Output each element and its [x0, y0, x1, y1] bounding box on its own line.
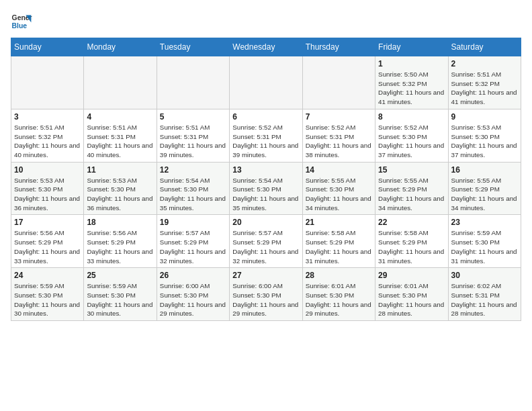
- calendar-cell: 3Sunrise: 5:51 AM Sunset: 5:32 PM Daylig…: [11, 109, 84, 162]
- day-number: 28: [306, 271, 372, 280]
- calendar-cell: 2Sunrise: 5:51 AM Sunset: 5:32 PM Daylig…: [448, 56, 521, 109]
- calendar-cell: 26Sunrise: 6:00 AM Sunset: 5:30 PM Dayli…: [157, 268, 229, 321]
- calendar-cell: 25Sunrise: 5:59 AM Sunset: 5:30 PM Dayli…: [84, 268, 157, 321]
- day-number: 1: [378, 59, 445, 68]
- day-number: 2: [451, 59, 518, 68]
- weekday-header: Friday: [375, 38, 448, 56]
- day-info: Sunrise: 5:55 AM Sunset: 5:29 PM Dayligh…: [451, 176, 518, 213]
- day-info: Sunrise: 5:53 AM Sunset: 5:30 PM Dayligh…: [14, 176, 81, 213]
- day-info: Sunrise: 6:02 AM Sunset: 5:31 PM Dayligh…: [451, 281, 518, 318]
- calendar-cell: 27Sunrise: 6:00 AM Sunset: 5:30 PM Dayli…: [230, 268, 302, 321]
- calendar-cell: 22Sunrise: 5:58 AM Sunset: 5:29 PM Dayli…: [375, 215, 448, 268]
- day-info: Sunrise: 5:52 AM Sunset: 5:31 PM Dayligh…: [232, 123, 299, 160]
- weekday-row: SundayMondayTuesdayWednesdayThursdayFrid…: [11, 38, 521, 56]
- day-info: Sunrise: 5:58 AM Sunset: 5:29 PM Dayligh…: [378, 228, 445, 265]
- day-info: Sunrise: 5:50 AM Sunset: 5:32 PM Dayligh…: [378, 70, 445, 107]
- day-number: 27: [232, 271, 299, 280]
- day-info: Sunrise: 5:56 AM Sunset: 5:29 PM Dayligh…: [87, 228, 153, 265]
- day-info: Sunrise: 5:51 AM Sunset: 5:32 PM Dayligh…: [14, 123, 81, 160]
- page-header: General Blue: [11, 11, 521, 32]
- calendar-cell: [230, 56, 302, 109]
- day-number: 15: [378, 165, 445, 175]
- day-info: Sunrise: 5:56 AM Sunset: 5:29 PM Dayligh…: [14, 228, 81, 265]
- logo-icon: General Blue: [11, 11, 32, 32]
- weekday-header: Monday: [84, 38, 157, 56]
- day-number: 9: [451, 112, 518, 122]
- calendar-cell: 15Sunrise: 5:55 AM Sunset: 5:29 PM Dayli…: [375, 162, 448, 215]
- calendar-cell: 12Sunrise: 5:54 AM Sunset: 5:30 PM Dayli…: [157, 162, 229, 215]
- calendar-cell: 5Sunrise: 5:51 AM Sunset: 5:31 PM Daylig…: [157, 109, 229, 162]
- svg-text:Blue: Blue: [12, 22, 28, 30]
- day-info: Sunrise: 5:51 AM Sunset: 5:32 PM Dayligh…: [451, 70, 518, 107]
- day-info: Sunrise: 5:54 AM Sunset: 5:30 PM Dayligh…: [160, 176, 226, 213]
- calendar-cell: 24Sunrise: 5:59 AM Sunset: 5:30 PM Dayli…: [11, 268, 84, 321]
- logo: General Blue: [11, 11, 32, 32]
- calendar-cell: 7Sunrise: 5:52 AM Sunset: 5:31 PM Daylig…: [302, 109, 375, 162]
- day-number: 10: [14, 165, 81, 175]
- calendar-table: SundayMondayTuesdayWednesdayThursdayFrid…: [11, 38, 521, 321]
- day-info: Sunrise: 6:01 AM Sunset: 5:30 PM Dayligh…: [378, 281, 445, 318]
- day-number: 26: [160, 271, 226, 280]
- day-info: Sunrise: 6:01 AM Sunset: 5:30 PM Dayligh…: [306, 281, 372, 318]
- calendar-cell: 29Sunrise: 6:01 AM Sunset: 5:30 PM Dayli…: [375, 268, 448, 321]
- day-number: 18: [87, 218, 153, 227]
- day-number: 13: [232, 165, 299, 175]
- calendar-cell: 6Sunrise: 5:52 AM Sunset: 5:31 PM Daylig…: [230, 109, 302, 162]
- calendar-cell: 13Sunrise: 5:54 AM Sunset: 5:30 PM Dayli…: [230, 162, 302, 215]
- day-number: 19: [160, 218, 226, 227]
- calendar-week-row: 17Sunrise: 5:56 AM Sunset: 5:29 PM Dayli…: [11, 215, 521, 268]
- weekday-header: Saturday: [448, 38, 521, 56]
- day-number: 17: [14, 218, 81, 227]
- day-number: 6: [232, 112, 299, 122]
- day-number: 7: [306, 112, 372, 122]
- day-info: Sunrise: 5:55 AM Sunset: 5:29 PM Dayligh…: [378, 176, 445, 213]
- day-number: 5: [160, 112, 226, 122]
- calendar-week-row: 24Sunrise: 5:59 AM Sunset: 5:30 PM Dayli…: [11, 268, 521, 321]
- calendar-week-row: 10Sunrise: 5:53 AM Sunset: 5:30 PM Dayli…: [11, 162, 521, 215]
- calendar-cell: 20Sunrise: 5:57 AM Sunset: 5:29 PM Dayli…: [230, 215, 302, 268]
- day-number: 3: [14, 112, 81, 122]
- calendar-cell: 1Sunrise: 5:50 AM Sunset: 5:32 PM Daylig…: [375, 56, 448, 109]
- day-number: 4: [87, 112, 153, 122]
- day-info: Sunrise: 5:53 AM Sunset: 5:30 PM Dayligh…: [451, 123, 518, 160]
- day-info: Sunrise: 6:00 AM Sunset: 5:30 PM Dayligh…: [232, 281, 299, 318]
- day-info: Sunrise: 6:00 AM Sunset: 5:30 PM Dayligh…: [160, 281, 226, 318]
- day-info: Sunrise: 5:59 AM Sunset: 5:30 PM Dayligh…: [14, 281, 81, 318]
- calendar-cell: 28Sunrise: 6:01 AM Sunset: 5:30 PM Dayli…: [302, 268, 375, 321]
- day-number: 8: [378, 112, 445, 122]
- calendar-week-row: 1Sunrise: 5:50 AM Sunset: 5:32 PM Daylig…: [11, 56, 521, 109]
- calendar-cell: 9Sunrise: 5:53 AM Sunset: 5:30 PM Daylig…: [448, 109, 521, 162]
- calendar-week-row: 3Sunrise: 5:51 AM Sunset: 5:32 PM Daylig…: [11, 109, 521, 162]
- calendar-cell: 23Sunrise: 5:59 AM Sunset: 5:30 PM Dayli…: [448, 215, 521, 268]
- calendar-cell: 30Sunrise: 6:02 AM Sunset: 5:31 PM Dayli…: [448, 268, 521, 321]
- day-info: Sunrise: 5:57 AM Sunset: 5:29 PM Dayligh…: [160, 228, 226, 265]
- day-info: Sunrise: 5:53 AM Sunset: 5:30 PM Dayligh…: [87, 176, 153, 213]
- day-info: Sunrise: 5:59 AM Sunset: 5:30 PM Dayligh…: [451, 228, 518, 265]
- calendar-cell: [157, 56, 229, 109]
- calendar-cell: [302, 56, 375, 109]
- day-info: Sunrise: 5:52 AM Sunset: 5:31 PM Dayligh…: [306, 123, 372, 160]
- calendar-cell: 21Sunrise: 5:58 AM Sunset: 5:29 PM Dayli…: [302, 215, 375, 268]
- day-number: 22: [378, 218, 445, 227]
- day-info: Sunrise: 5:59 AM Sunset: 5:30 PM Dayligh…: [87, 281, 153, 318]
- day-number: 11: [87, 165, 153, 175]
- day-number: 21: [306, 218, 372, 227]
- day-number: 12: [160, 165, 226, 175]
- calendar-cell: [11, 56, 84, 109]
- day-number: 25: [87, 271, 153, 280]
- weekday-header: Tuesday: [157, 38, 229, 56]
- weekday-header: Thursday: [302, 38, 375, 56]
- day-info: Sunrise: 5:51 AM Sunset: 5:31 PM Dayligh…: [87, 123, 153, 160]
- calendar-header: SundayMondayTuesdayWednesdayThursdayFrid…: [11, 38, 521, 56]
- calendar-body: 1Sunrise: 5:50 AM Sunset: 5:32 PM Daylig…: [11, 56, 521, 321]
- day-number: 30: [451, 271, 518, 280]
- day-number: 23: [451, 218, 518, 227]
- day-info: Sunrise: 5:57 AM Sunset: 5:29 PM Dayligh…: [232, 228, 299, 265]
- day-number: 20: [232, 218, 299, 227]
- day-number: 14: [306, 165, 372, 175]
- calendar-cell: 14Sunrise: 5:55 AM Sunset: 5:30 PM Dayli…: [302, 162, 375, 215]
- calendar-cell: 16Sunrise: 5:55 AM Sunset: 5:29 PM Dayli…: [448, 162, 521, 215]
- calendar-cell: 17Sunrise: 5:56 AM Sunset: 5:29 PM Dayli…: [11, 215, 84, 268]
- calendar-cell: 18Sunrise: 5:56 AM Sunset: 5:29 PM Dayli…: [84, 215, 157, 268]
- calendar-cell: 8Sunrise: 5:52 AM Sunset: 5:30 PM Daylig…: [375, 109, 448, 162]
